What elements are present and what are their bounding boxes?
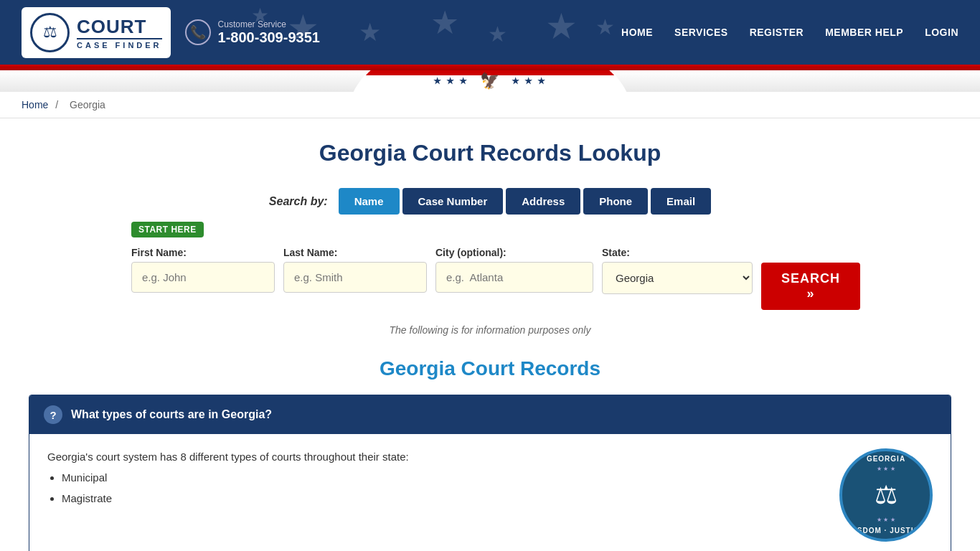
site-header: ★ ★ ★ ★ ★ ★ ★ ⚖ COURT CASE FINDER 📞 Cust…	[0, 0, 980, 65]
start-here-badge: START HERE	[131, 222, 849, 243]
seal-stars-bottom: ★ ★ ★	[847, 516, 925, 525]
red-banner	[0, 65, 980, 70]
section-title: Georgia Court Records	[29, 357, 951, 380]
faq-header[interactable]: ? What types of courts are in Georgia?	[29, 395, 951, 434]
first-name-input[interactable]	[131, 262, 275, 293]
faq-question-icon: ?	[44, 405, 62, 424]
cs-label: Customer Service	[218, 19, 320, 29]
search-button[interactable]: SEARCH »	[761, 263, 860, 310]
seal-text-top: GEORGIA	[847, 453, 925, 465]
faq-intro: Georgia's court system has 8 different t…	[47, 448, 818, 466]
main-content: Georgia Court Records Lookup Search by: …	[0, 118, 980, 551]
nav-member-help[interactable]: MEMBER HELP	[825, 27, 903, 38]
logo-court-label: COURT	[77, 16, 162, 38]
tab-case-number[interactable]: Case Number	[402, 188, 504, 215]
first-name-group: First Name:	[131, 247, 275, 293]
last-name-label: Last Name:	[283, 247, 427, 258]
court-types-list: Municipal Magistrate	[62, 469, 818, 507]
tab-buttons: Name Case Number Address Phone Email	[339, 188, 711, 215]
first-name-label: First Name:	[131, 247, 275, 258]
search-by-label: Search by:	[269, 195, 328, 208]
city-group: City (optional):	[435, 247, 593, 293]
eagle-banner: ★ ★ ★ 🦅 ★ ★ ★	[0, 70, 980, 92]
breadcrumb-current: Georgia	[70, 99, 105, 110]
nav-services[interactable]: SERVICES	[674, 27, 728, 38]
phone-icon: 📞	[185, 19, 211, 45]
seal-inner: GEORGIA ★ ★ ★ ⚖ ★ ★ ★ WISDOM · JUSTICE	[847, 453, 925, 536]
main-nav: HOME SERVICES REGISTER MEMBER HELP LOGIN	[621, 27, 958, 38]
list-item: Municipal	[62, 469, 818, 486]
seal-stars: ★ ★ ★	[847, 465, 925, 474]
state-label: State:	[602, 247, 753, 258]
seal-symbol: ⚖	[847, 474, 925, 516]
customer-service: 📞 Customer Service 1-800-309-9351	[185, 19, 320, 46]
logo-seal: ⚖	[30, 13, 70, 52]
search-button-label: SEARCH »	[781, 271, 840, 301]
nav-login[interactable]: LOGIN	[925, 27, 958, 38]
city-input[interactable]	[435, 262, 593, 293]
logo[interactable]: ⚖ COURT CASE FINDER	[22, 7, 171, 58]
start-here-label: START HERE	[131, 222, 204, 237]
tab-phone[interactable]: Phone	[583, 188, 648, 215]
city-label: City (optional):	[435, 247, 593, 258]
stars-left: ★ ★ ★	[433, 76, 469, 86]
breadcrumb-home[interactable]: Home	[22, 99, 48, 110]
logo-text: COURT CASE FINDER	[77, 16, 162, 50]
header-left: ⚖ COURT CASE FINDER 📞 Customer Service 1…	[22, 7, 320, 58]
state-select[interactable]: AlabamaAlaskaArizonaArkansasCaliforniaCo…	[602, 262, 753, 294]
state-group: State: AlabamaAlaskaArizonaArkansasCalif…	[602, 247, 753, 294]
list-item: Magistrate	[62, 490, 818, 507]
nav-home[interactable]: HOME	[621, 27, 653, 38]
georgia-seal: GEORGIA ★ ★ ★ ⚖ ★ ★ ★ WISDOM · JUSTICE	[839, 448, 933, 542]
faq-body-text: Georgia's court system has 8 different t…	[47, 448, 818, 542]
logo-case-finder-label: CASE FINDER	[77, 38, 162, 50]
stars-right: ★ ★ ★	[512, 76, 547, 86]
search-form: First Name: Last Name: City (optional): …	[131, 247, 849, 310]
breadcrumb: Home / Georgia	[0, 92, 980, 118]
cs-text: Customer Service 1-800-309-9351	[218, 19, 320, 46]
faq-item: ? What types of courts are in Georgia? G…	[29, 395, 951, 551]
faq-body: Georgia's court system has 8 different t…	[29, 434, 951, 551]
tab-name[interactable]: Name	[339, 188, 400, 215]
info-note: The following is for information purpose…	[29, 324, 951, 336]
faq-question: What types of courts are in Georgia?	[71, 408, 272, 421]
last-name-group: Last Name:	[283, 247, 427, 293]
tab-address[interactable]: Address	[506, 188, 580, 215]
last-name-input[interactable]	[283, 262, 427, 293]
breadcrumb-separator: /	[55, 99, 58, 110]
search-section: Search by: Name Case Number Address Phon…	[131, 188, 849, 310]
seal-text-bottom: WISDOM · JUSTICE	[847, 525, 925, 537]
eagle-icon: 🦅	[480, 72, 501, 90]
search-by-row: Search by: Name Case Number Address Phon…	[131, 188, 849, 215]
tab-email[interactable]: Email	[651, 188, 711, 215]
eagle-content: ★ ★ ★ 🦅 ★ ★ ★	[433, 72, 547, 90]
page-title: Georgia Court Records Lookup	[29, 140, 951, 166]
nav-register[interactable]: REGISTER	[750, 27, 804, 38]
cs-phone: 1-800-309-9351	[218, 29, 320, 46]
